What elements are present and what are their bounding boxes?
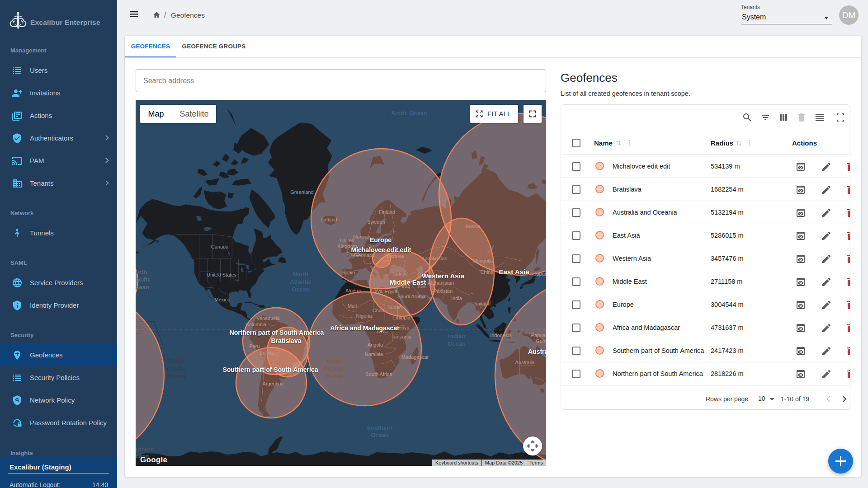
svg-text:Sweden: Sweden: [367, 219, 385, 225]
svg-text:Europe: Europe: [370, 236, 392, 244]
svg-text:Afghanistan: Afghanistan: [428, 280, 454, 286]
svg-text:Ocean: Ocean: [167, 373, 185, 380]
svg-text:Mali: Mali: [348, 303, 357, 309]
svg-text:Thailand: Thailand: [472, 301, 491, 306]
svg-text:Ukraine: Ukraine: [387, 253, 404, 259]
svg-text:uthern: uthern: [136, 446, 154, 453]
svg-text:Kazakhstan: Kazakhstan: [421, 256, 447, 261]
svg-text:acific: acific: [136, 276, 151, 283]
svg-text:Colombia: Colombia: [245, 322, 267, 327]
svg-text:Australia: Australia: [515, 360, 535, 365]
svg-text:Madagascar: Madagascar: [401, 354, 429, 360]
svg-text:Ethiopia: Ethiopia: [392, 315, 411, 320]
svg-text:Pacific: Pacific: [167, 365, 186, 372]
svg-text:East Asia: East Asia: [499, 268, 530, 276]
svg-text:Atlantic: Atlantic: [290, 278, 311, 285]
svg-text:India: India: [451, 296, 462, 301]
svg-text:Peru: Peru: [249, 343, 259, 349]
svg-text:United: United: [340, 238, 354, 243]
svg-text:Pakistan: Pakistan: [434, 288, 453, 294]
svg-text:United States: United States: [207, 272, 237, 277]
svg-text:Venezuela: Venezuela: [256, 315, 280, 321]
svg-text:Indian: Indian: [448, 333, 465, 339]
svg-text:Ocean: Ocean: [448, 340, 466, 347]
svg-text:Canada: Canada: [211, 244, 229, 249]
svg-text:South: South: [168, 357, 185, 364]
svg-text:Western Asia: Western Asia: [422, 272, 465, 280]
svg-text:Sudan: Sudan: [387, 305, 402, 310]
svg-text:Ocean: Ocean: [326, 373, 344, 380]
svg-text:Arctic Ocean: Arctic Ocean: [391, 110, 427, 117]
svg-text:Finland: Finland: [379, 209, 395, 215]
svg-text:Türkiye: Türkiye: [392, 271, 408, 277]
svg-text:Saudi Arabia: Saudi Arabia: [397, 294, 426, 299]
svg-text:Japan: Japan: [534, 271, 546, 277]
svg-text:Tanzania: Tanzania: [392, 334, 412, 339]
svg-text:Northern part of South America: Northern part of South America: [230, 329, 324, 336]
svg-text:Greenland: Greenland: [290, 189, 313, 195]
svg-text:Papua N: Papua N: [531, 333, 546, 338]
svg-text:Southern: Southern: [367, 424, 392, 431]
svg-text:Atlantic: Atlantic: [324, 365, 345, 372]
svg-text:Bolivia: Bolivia: [259, 350, 274, 356]
svg-text:Russia: Russia: [465, 224, 481, 229]
svg-text:Norway: Norway: [353, 234, 370, 239]
svg-text:Argentina: Argentina: [262, 381, 284, 386]
svg-text:Guine: Guine: [536, 338, 546, 344]
svg-text:Spain: Spain: [342, 270, 355, 275]
svg-text:Bratislava: Bratislava: [271, 337, 302, 344]
svg-text:Chad: Chad: [373, 308, 384, 313]
svg-text:cean: cean: [136, 284, 149, 291]
svg-text:South: South: [326, 357, 343, 364]
svg-text:North: North: [293, 271, 309, 277]
svg-text:Ocean: Ocean: [292, 286, 310, 293]
svg-text:Namibia: Namibia: [365, 352, 383, 357]
svg-text:Southern part of South America: Southern part of South America: [222, 366, 318, 373]
svg-text:Middle East: Middle East: [390, 279, 426, 286]
svg-text:Libya: Libya: [371, 288, 383, 294]
svg-text:Iceland: Iceland: [321, 217, 337, 222]
svg-text:Angola: Angola: [368, 342, 383, 347]
svg-text:South Africa: South Africa: [365, 371, 392, 377]
svg-text:Africa and Madagascar: Africa and Madagascar: [330, 324, 400, 332]
svg-text:Ocean: Ocean: [371, 432, 389, 438]
svg-text:Michalovce edit edit: Michalovce edit edit: [351, 246, 411, 253]
svg-text:Nigeria: Nigeria: [356, 313, 373, 319]
svg-text:Egypt: Egypt: [385, 289, 397, 294]
svg-text:Australia and Oceania: Australia and Oceania: [528, 348, 546, 355]
svg-text:Mexico: Mexico: [215, 297, 231, 302]
svg-text:China: China: [481, 269, 494, 275]
svg-text:orth: orth: [136, 268, 147, 275]
svg-text:Indonesia: Indonesia: [490, 333, 512, 338]
svg-text:Algeria: Algeria: [345, 288, 361, 293]
svg-text:Mongolia: Mongolia: [473, 258, 494, 263]
